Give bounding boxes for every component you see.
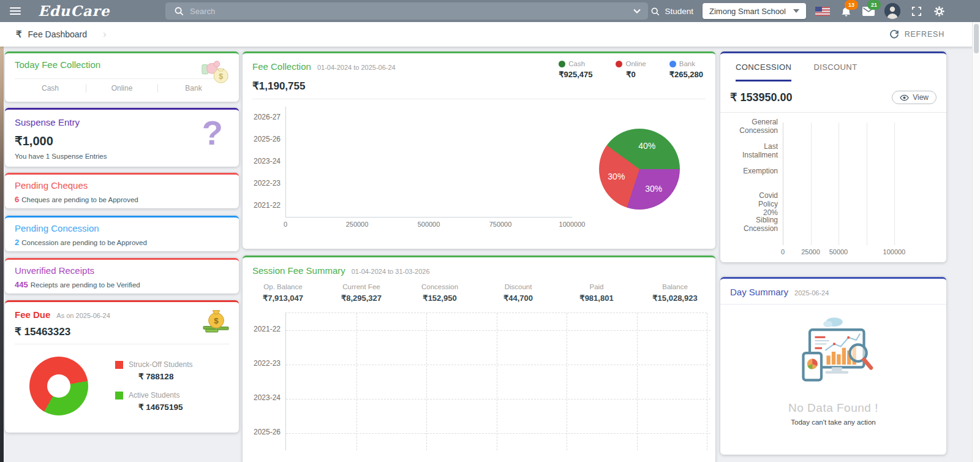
today-fee-collection-card[interactable]: Today Fee Collection $ Cash Online Bank	[5, 51, 239, 102]
category-label: 2025-26	[246, 415, 285, 450]
card-title: Fee Due	[15, 309, 50, 320]
unverified-receipts-card[interactable]: Unverified Receipts 445Reciepts are pend…	[5, 258, 239, 293]
bar-row	[286, 173, 572, 195]
student-search-link[interactable]: Student	[650, 7, 693, 16]
fee-due-card[interactable]: Fee Due As on 2025-06-24 $ ₹ 15463323	[5, 300, 239, 433]
settings-button[interactable]	[932, 4, 946, 18]
pending-cheques-card[interactable]: Pending Cheques 6Cheques are pending to …	[5, 173, 239, 208]
suspense-note: You have 1 Suspense Entries	[15, 153, 229, 160]
category-label: 2023-24	[246, 381, 285, 415]
notifications-button[interactable]: 13	[839, 4, 853, 18]
legend-dot-online	[616, 61, 622, 67]
fee-collection-card: Fee Collection 01-04-2024 to 2025-06-24 …	[243, 51, 715, 249]
bar-row	[783, 172, 900, 196]
search-input[interactable]	[189, 6, 633, 17]
legend-item[interactable]: Cash ₹925,475	[559, 60, 592, 79]
category-label: Exemption	[726, 167, 783, 192]
concession-bar-chart[interactable]: GeneralConcessionLastInstallmentExemptio…	[726, 123, 900, 256]
concession-tabs: CONCESSION DISCOUNT	[720, 53, 946, 81]
global-search[interactable]	[165, 2, 648, 20]
scrollbar-thumb[interactable]	[974, 24, 979, 53]
topbar-actions: Student Zimong Smart School 13 21	[650, 0, 946, 22]
messages-button[interactable]: 21	[862, 4, 875, 18]
school-selector[interactable]: Zimong Smart School	[703, 3, 806, 19]
message-badge: 21	[867, 0, 881, 10]
bar-row	[286, 313, 707, 347]
student-label: Student	[665, 7, 693, 16]
category-label: 2022-23	[246, 347, 285, 381]
unverified-receipts-note: 445Reciepts are pending to be Verified	[15, 280, 229, 289]
unverified-receipts-count: 445	[15, 280, 28, 289]
app-logo[interactable]: EduCare	[38, 0, 110, 22]
section-title: Fee Collection	[252, 61, 311, 72]
bar-row	[286, 347, 707, 382]
category-label: LastInstallment	[726, 143, 783, 167]
pending-cheques-count: 6	[15, 195, 19, 204]
pending-cheques-note: 6Cheques are pending to be Approved	[15, 195, 229, 204]
refresh-button[interactable]: REFRESH	[889, 29, 944, 39]
bank-column: Bank	[157, 84, 229, 93]
x-tick-label: 100000	[883, 248, 906, 256]
category-label: 2022-23	[246, 173, 285, 195]
legend-item: Active Students ₹ 14675195	[115, 391, 193, 412]
no-data-note: Today can't take any action	[720, 418, 946, 426]
fee-collection-bar-chart[interactable]: 2026-272025-262023-242022-232021-2202500…	[246, 107, 572, 229]
no-data-title: No Data Found !	[720, 401, 946, 415]
stat-op-balance: Op. Balance₹7,913,047	[244, 283, 322, 303]
section-title: Day Summary	[730, 287, 788, 297]
row-gridline	[286, 330, 710, 331]
fee-due-as-on: As on 2025-06-24	[56, 312, 110, 319]
fee-collection-pie-chart[interactable]: 40%30%30%	[599, 129, 680, 210]
card-title: Today Fee Collection	[15, 59, 229, 70]
pending-concession-count: 2	[15, 238, 19, 247]
view-button[interactable]: View	[892, 91, 937, 104]
svg-text:$: $	[214, 316, 219, 325]
page-title: Fee Dashboard	[28, 29, 88, 39]
pie-slice-label: 30%	[645, 184, 662, 194]
stat-balance: Balance₹15,028,923	[636, 283, 714, 303]
concession-discount-card: CONCESSION DISCOUNT ₹ 153950.00 View Gen…	[720, 51, 946, 262]
us-flag-icon[interactable]	[815, 7, 830, 16]
notification-badge: 13	[845, 0, 858, 10]
legend-item[interactable]: ₹265,280Bank ₹265,280	[669, 60, 703, 79]
legend-item[interactable]: Online ₹0	[616, 60, 646, 79]
chevron-down-icon[interactable]	[633, 9, 641, 13]
menu-icon[interactable]	[10, 6, 21, 17]
row-gridline	[286, 399, 710, 400]
tab-discount[interactable]: DISCOUNT	[813, 62, 857, 81]
bar-row	[783, 221, 900, 245]
x-tick-label: 25000	[801, 248, 820, 256]
card-title: Unverified Receipts	[15, 265, 229, 276]
gridline	[707, 313, 707, 450]
stat-concession: Concession₹152,950	[401, 283, 479, 303]
fee-due-donut-chart[interactable]	[29, 357, 88, 415]
date-range: 01-04-2024 to 31-03-2026	[352, 268, 430, 275]
suspense-entry-card[interactable]: Suspense Entry ₹1,000 You have 1 Suspens…	[5, 108, 239, 167]
pending-concession-note: 2Concession are pending to be Approved	[15, 238, 229, 247]
user-avatar[interactable]	[884, 3, 900, 19]
stat-current-fee: Current Fee₹8,295,327	[322, 283, 401, 303]
card-title: Suspense Entry	[15, 117, 229, 127]
refresh-label: REFRESH	[905, 30, 944, 39]
bar-row	[783, 147, 900, 172]
fullscreen-button[interactable]	[910, 4, 923, 18]
stat-paid: Paid₹981,801	[557, 283, 636, 303]
card-title: Pending Concession	[15, 223, 229, 233]
session-fee-bar-chart[interactable]: 2021-222022-232023-242025-26	[246, 312, 707, 450]
page-scrollbar[interactable]	[972, 22, 980, 462]
breadcrumb[interactable]: ₹ Fee Dashboard ›	[16, 28, 107, 40]
breadcrumb-bar: ₹ Fee Dashboard › REFRESH	[0, 22, 980, 47]
legend-dot-cash	[559, 61, 565, 67]
bar-row	[286, 382, 707, 416]
x-tick-label: 0	[284, 221, 287, 228]
x-tick-label: 1000000	[559, 221, 586, 228]
pending-concession-card[interactable]: Pending Concession 2Concession are pendi…	[5, 216, 239, 251]
stat-discount: Discount₹44,700	[479, 283, 557, 303]
tab-concession[interactable]: CONCESSION	[736, 62, 791, 81]
fee-due-legend: Struck-Off Students ₹ 788128 Active Stud…	[115, 360, 193, 412]
eye-icon	[900, 94, 909, 101]
chevron-right-icon: ›	[103, 28, 107, 40]
donut-hole	[47, 374, 70, 398]
pie-slice-label: 40%	[638, 141, 655, 151]
legend-dot-bank	[669, 61, 676, 67]
